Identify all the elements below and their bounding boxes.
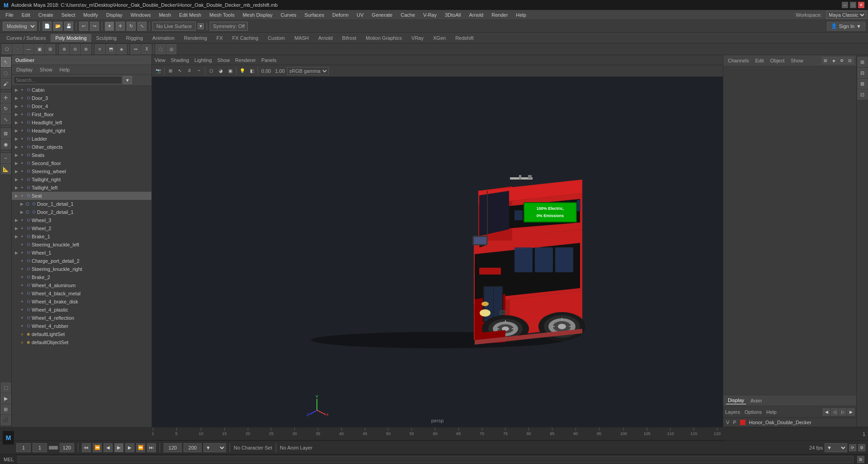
layer-v-toggle[interactable]: V [726, 420, 729, 425]
maximize-button[interactable]: □ [850, 2, 856, 8]
outliner-item-door2_detail1[interactable]: ▶⬡⚇Door_2_detail_1 [12, 208, 151, 216]
outliner-item-first_floor[interactable]: ▶+⚇First_floor [12, 110, 151, 118]
outliner-item-wheel4_rubber[interactable]: +⚇Wheel_4_rubber [12, 322, 151, 330]
outliner-item-charge_port_detail2[interactable]: +⚇Charge_port_detail_2 [12, 257, 151, 265]
tab-fx-caching[interactable]: FX Caching [228, 34, 263, 42]
expand-icon-brake1[interactable]: ▶ [14, 234, 19, 239]
expand-icon-headlight_right[interactable]: ▶ [14, 128, 19, 133]
outliner-item-steering_wheel[interactable]: ▶+⚇Steering_wheel [12, 167, 151, 175]
search-input[interactable] [14, 76, 122, 84]
anim-prefs-button[interactable]: ⟳ [849, 444, 856, 451]
channel-icon-1[interactable]: ⊞ [822, 57, 829, 64]
redo-icon[interactable]: ↪ [90, 22, 99, 31]
outliner-item-headlight_right[interactable]: ▶+⚇Headlight_right [12, 127, 151, 135]
vp-shadows-icon[interactable]: ◧ [247, 66, 256, 76]
play-button[interactable]: ▶ [114, 443, 123, 452]
menu-render[interactable]: Render [488, 11, 511, 19]
symmetry-button[interactable]: Symmetry: Off [210, 22, 248, 31]
expand-icon-wheel2[interactable]: ▶ [14, 226, 19, 231]
outliner-item-ladder[interactable]: ▶+⚇Ladder [12, 135, 151, 143]
expand-icon-cabin[interactable]: ▶ [14, 88, 19, 92]
rotate-tool[interactable]: ↻ [1, 104, 11, 114]
tab-show[interactable]: Show [789, 57, 805, 64]
menu-deform[interactable]: Deform [329, 11, 352, 19]
menu-vray[interactable]: V-Ray [420, 11, 440, 19]
expand-icon-seat[interactable]: ▶ [14, 194, 19, 198]
combine-icon[interactable]: ⊕ [59, 44, 69, 54]
menu-display[interactable]: Display [103, 11, 126, 19]
outliner-item-door1_detail1[interactable]: ▶⬡⚇Door_1_detail_1 [12, 200, 151, 208]
menu-arnold[interactable]: Arnold [465, 11, 487, 19]
vp-snap-grid-icon[interactable]: # [185, 66, 194, 76]
gamma-select[interactable]: sRGB gamma [287, 67, 329, 75]
outliner-item-door4[interactable]: ▶+⚇Door_4 [12, 102, 151, 110]
mirror-icon[interactable]: ⇔ [131, 44, 141, 54]
tab-motion-graphics[interactable]: Motion Graphics [361, 34, 406, 42]
channel-icon-4[interactable]: ⊟ [846, 57, 854, 64]
bevel-icon[interactable]: ◈ [117, 44, 127, 54]
face-mode-icon[interactable]: ▣ [34, 44, 44, 54]
tab-vray[interactable]: VRay [407, 34, 428, 42]
tab-animation[interactable]: Animation [148, 34, 179, 42]
expand-icon-ladder[interactable]: ▶ [14, 137, 19, 141]
expand-icon-headlight_left[interactable]: ▶ [14, 120, 19, 125]
vp-lights-icon[interactable]: 💡 [238, 66, 247, 76]
tab-redshift[interactable]: Redshift [451, 34, 478, 42]
outliner-item-taillight_left[interactable]: ▶+⚇Taillight_left [12, 184, 151, 192]
outliner-item-taillight_right[interactable]: ▶+⚇Taillight_right [12, 175, 151, 184]
mel-expand-button[interactable]: ⊞ [857, 456, 864, 463]
tab-custom[interactable]: Custom [263, 34, 289, 42]
right-tool-1[interactable]: ⊞ [858, 57, 868, 67]
layers-menu-help[interactable]: Help [766, 409, 777, 415]
tab-poly-modeling[interactable]: Poly Modeling [51, 34, 91, 42]
vp-shaded-icon[interactable]: ◕ [216, 66, 225, 76]
viewport-menu-lighting[interactable]: Lighting [194, 57, 212, 63]
menu-file[interactable]: File [2, 11, 17, 19]
move-tool[interactable]: ✛ [1, 93, 11, 103]
go-end-button[interactable]: ⏭ [147, 443, 156, 452]
expand-icon-taillight_right[interactable]: ▶ [14, 177, 19, 182]
current-frame-input[interactable] [16, 443, 31, 452]
save-file-icon[interactable]: 💾 [64, 22, 73, 31]
menu-cache[interactable]: Cache [397, 11, 419, 19]
tab-rigging[interactable]: Rigging [122, 34, 147, 42]
snap-tool[interactable]: ⊠ [1, 128, 11, 138]
menu-edit[interactable]: Edit [18, 11, 34, 19]
expand-icon-taillight_left[interactable]: ▶ [14, 185, 19, 190]
menu-curves[interactable]: Curves [277, 11, 300, 19]
layers-menu-options[interactable]: Options [745, 409, 762, 415]
menu-mesh-tools[interactable]: Mesh Tools [206, 11, 238, 19]
tab-anim[interactable]: Anim [749, 397, 764, 404]
viewport-menu-shading[interactable]: Shading [171, 57, 189, 63]
tab-arnold[interactable]: Arnold [314, 34, 337, 42]
outliner-item-wheel4_brake_disk[interactable]: +⚇Wheel_4_brake_disk [12, 298, 151, 306]
next-frame-button[interactable]: ⏩ [136, 443, 145, 452]
viewport-menu-view[interactable]: View [155, 57, 165, 63]
prev-frame-button[interactable]: ⏪ [93, 443, 102, 452]
tab-channels[interactable]: Channels [726, 57, 750, 64]
menu-mesh[interactable]: Mesh [155, 11, 175, 19]
subdivide-icon[interactable]: ◎ [166, 44, 176, 54]
total-range-end-input[interactable] [184, 443, 202, 452]
expand-icon-other_objects[interactable]: ▶ [14, 145, 19, 149]
tab-object[interactable]: Object [768, 57, 786, 64]
render-region-tool[interactable]: ⬚ [1, 383, 11, 393]
paint-tool[interactable]: 🖌 [1, 79, 11, 89]
range-start-input[interactable] [33, 443, 47, 452]
menu-edit-mesh[interactable]: Edit Mesh [175, 11, 205, 19]
select-icon[interactable]: ✦ [105, 22, 114, 31]
vertex-mode-icon[interactable]: · [13, 44, 23, 54]
merge-icon[interactable]: ⊼ [142, 44, 151, 54]
boolean-icon[interactable]: ⊗ [81, 44, 91, 54]
outliner-item-wheel3[interactable]: ▶+⚇Wheel_3 [12, 216, 151, 224]
extrude-icon[interactable]: ⬒ [106, 44, 116, 54]
vp-camera-icon[interactable]: 📷 [154, 66, 163, 76]
range-end-input[interactable] [60, 443, 74, 452]
measure-tool[interactable]: 📐 [1, 164, 11, 174]
menu-3dtoall[interactable]: 3DtoAll [441, 11, 464, 19]
outliner-item-wheel1[interactable]: ▶+⚇Wheel_1 [12, 249, 151, 257]
menu-generate[interactable]: Generate [368, 11, 396, 19]
tab-edit[interactable]: Edit [753, 57, 765, 64]
prev-key-button[interactable]: ◀ [104, 443, 113, 452]
new-file-icon[interactable]: 📄 [42, 22, 52, 31]
